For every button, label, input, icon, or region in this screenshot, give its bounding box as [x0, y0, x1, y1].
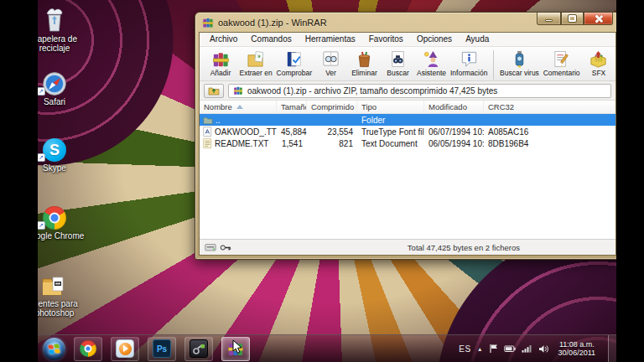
network-signal-icon[interactable] [522, 344, 532, 353]
shortcut-arrow-icon: ↗ [37, 153, 45, 162]
column-nombre[interactable]: Nombre [200, 101, 277, 113]
menu-comandos[interactable]: Comandos [244, 33, 298, 46]
status-bar: Total 47,425 bytes en 2 ficheros [200, 239, 615, 255]
menu-archivo[interactable]: Archivo [203, 33, 244, 46]
toolbar-separator [493, 50, 494, 80]
comment-icon [552, 49, 571, 69]
address-bar[interactable]: oakwood (1).zip - archivo ZIP, tamaño de… [228, 84, 611, 98]
wizard-icon [422, 49, 441, 69]
shortcut-arrow-icon: ↗ [37, 87, 45, 96]
taskbar-media-player-button[interactable] [111, 337, 139, 361]
letterbox-left [0, 0, 38, 362]
mouse-cursor [232, 339, 244, 354]
find-button[interactable]: Buscar [382, 49, 415, 77]
scan-virus-button[interactable]: Buscar virus [498, 49, 542, 77]
scan-virus-icon [510, 49, 529, 69]
chrome-icon [80, 340, 96, 357]
folder-icon [41, 274, 68, 297]
column-crc32[interactable]: CRC32 [484, 101, 615, 113]
folder-up-icon [208, 85, 220, 96]
key-tool-icon [190, 339, 208, 358]
address-row: oakwood (1).zip - archivo ZIP, tamaño de… [200, 81, 615, 101]
extract-icon [247, 49, 266, 69]
view-button[interactable]: Ver [314, 49, 348, 77]
taskbar: Ps ES ▲ 11:08 a.m. 30/06/2011 [38, 334, 621, 362]
safari-icon [43, 72, 66, 96]
delete-button[interactable]: Eliminar [348, 49, 382, 77]
toolbar: Añadir Extraer en Comprobar Ver Eliminar [200, 47, 615, 81]
maximize-icon [569, 15, 576, 22]
comment-button[interactable]: Comentario [541, 49, 582, 77]
view-icon [321, 49, 340, 69]
menu-favoritos[interactable]: Favoritos [362, 33, 410, 46]
action-center-flag-icon[interactable] [489, 344, 498, 354]
minimize-icon [545, 19, 553, 22]
skype-icon: S [43, 138, 66, 162]
add-icon [211, 49, 231, 69]
column-tamano[interactable]: Tamaño [277, 101, 307, 113]
key-icon[interactable] [220, 243, 231, 252]
address-text: oakwood (1).zip - archivo ZIP, tamaño de… [247, 86, 497, 96]
minimize-button[interactable] [537, 13, 561, 25]
menu-herramientas[interactable]: Herramientas [299, 33, 362, 46]
photoshop-icon: Ps [153, 339, 171, 358]
info-bubble-icon [460, 49, 479, 69]
text-file-icon [203, 138, 212, 148]
recycle-bin-icon [44, 8, 65, 33]
volume-icon[interactable] [538, 344, 549, 354]
maximize-button[interactable] [561, 13, 584, 25]
system-tray: ES ▲ 11:08 a.m. 30/06/2011 [459, 335, 617, 362]
media-player-icon [116, 339, 134, 358]
column-tipo[interactable]: Tipo [357, 101, 424, 113]
taskbar-key-tool-button[interactable] [184, 337, 213, 361]
taskbar-clock[interactable]: 11:08 a.m. 30/06/2011 [558, 340, 595, 358]
archive-icon [233, 85, 243, 96]
windows-logo-icon [48, 344, 60, 354]
status-total-text: Total 47,425 bytes en 2 ficheros [408, 243, 520, 252]
clock-time: 11:08 a.m. [558, 340, 595, 349]
taskbar-chrome-button[interactable] [74, 337, 102, 361]
drive-icon[interactable] [205, 243, 216, 252]
test-icon [284, 49, 304, 69]
close-icon [595, 14, 603, 23]
sfx-button[interactable]: SFX [582, 49, 615, 77]
wizard-button[interactable]: Asistente [415, 49, 449, 77]
extract-button[interactable]: Extraer en [237, 49, 274, 77]
winrar-window: oakwood (1).zip - WinRAR Archivo Comando… [195, 12, 621, 260]
file-row-parent-dir[interactable]: .. Folder [200, 114, 615, 126]
chrome-hub [49, 213, 60, 224]
file-row-ttf[interactable]: OAKWOOD_.TTF 45,884 23,554 TrueType Font… [200, 126, 615, 137]
add-button[interactable]: Añadir [204, 49, 237, 77]
window-title: oakwood (1).zip - WinRAR [218, 18, 327, 28]
sort-ascending-icon [236, 105, 243, 109]
clock-date: 30/06/2011 [558, 349, 595, 358]
start-button[interactable] [43, 338, 65, 360]
column-comprimido[interactable]: Comprimido [307, 101, 357, 113]
up-one-level-button[interactable] [204, 84, 224, 98]
sfx-icon [589, 49, 608, 69]
file-list: .. Folder OAKWOOD_.TTF 45,884 23,554 Tru… [200, 114, 615, 239]
column-headers: Nombre Tamaño Comprimido Tipo Modificado… [200, 101, 615, 114]
test-button[interactable]: Comprobar [274, 49, 314, 77]
hidden-icons-button[interactable]: ▲ [477, 346, 483, 352]
taskbar-photoshop-button[interactable]: Ps [148, 337, 176, 361]
chrome-icon [43, 206, 66, 230]
shortcut-arrow-icon: ↗ [37, 221, 45, 230]
folder-icon [203, 116, 213, 125]
screen: Papelera de reciclaje ↗ Safari S ↗ Skype… [0, 0, 644, 362]
window-client-area: Archivo Comandos Herramientas Favoritos … [199, 32, 616, 256]
letterbox-right [616, 0, 644, 362]
find-icon [388, 49, 408, 69]
battery-icon[interactable] [504, 344, 516, 353]
delete-icon [355, 49, 374, 69]
menu-bar: Archivo Comandos Herramientas Favoritos … [200, 33, 615, 47]
file-row-txt[interactable]: README.TXT 1,541 821 Text Document 06/05… [200, 137, 615, 149]
column-modificado[interactable]: Modificado [424, 101, 484, 113]
ttf-file-icon [203, 127, 212, 137]
menu-ayuda[interactable]: Ayuda [459, 33, 496, 46]
close-button[interactable] [584, 13, 613, 25]
winrar-app-icon [202, 17, 214, 28]
menu-opciones[interactable]: Opciones [410, 33, 459, 46]
info-button[interactable]: Información [449, 49, 490, 77]
language-indicator[interactable]: ES [459, 344, 470, 354]
